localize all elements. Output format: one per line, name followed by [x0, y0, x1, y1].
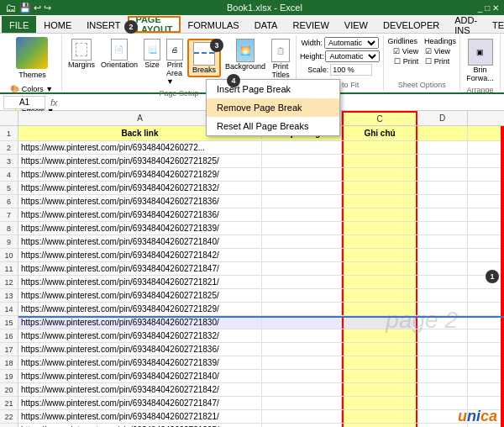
orientation-button[interactable]: 📄 Orientation	[99, 37, 139, 71]
quick-access: 💾 ↩ ↪	[19, 3, 51, 13]
width-select[interactable]: Automatic	[324, 37, 379, 49]
headings-print-check[interactable]: ☐ Print	[425, 57, 449, 66]
table-row: 22 https://www.pinterest.com/pin/6934840…	[0, 410, 504, 424]
colors-button[interactable]: 🎨 Colors ▼	[9, 84, 55, 94]
excel-icon: 🗂	[5, 2, 16, 14]
sheet-options-label: Sheet Options	[398, 79, 446, 89]
spreadsheet-body: 1 Back link Nội Dung Ghi chú 2 https://w…	[0, 126, 504, 427]
col-header-d: D	[417, 111, 468, 125]
table-row: 12 https://www.pinterest.com/pin/6934840…	[0, 276, 504, 289]
headings-view-check[interactable]: ☑ View	[425, 47, 450, 55]
headings-label: Headings	[424, 37, 456, 45]
label-4: 4	[227, 74, 240, 87]
table-row: 19 https://www.pinterest.com/pin/6934840…	[0, 370, 504, 383]
title-bar-left: 🗂 💾 ↩ ↪	[5, 2, 51, 14]
table-row: 3 https://www.pinterest.com/pin/69348404…	[0, 155, 504, 168]
themes-icon	[16, 37, 48, 69]
size-button[interactable]: 📃 Size	[142, 37, 162, 71]
tab-review[interactable]: REVIEW	[285, 16, 336, 33]
table-row: 8 https://www.pinterest.com/pin/69348404…	[0, 222, 504, 235]
label-3: 3	[210, 39, 223, 52]
print-area-button[interactable]: 🖨 Print Area ▼	[165, 37, 185, 87]
bring-forward-button[interactable]: ▣ Brin Forwa...	[465, 37, 496, 84]
page-setup-label: Page Setup	[159, 87, 198, 98]
label-2: 2	[124, 20, 138, 34]
tab-developer[interactable]: DEVELOPER	[375, 16, 447, 33]
label-1: 1	[486, 270, 499, 283]
scale-input[interactable]	[330, 64, 372, 76]
tab-file[interactable]: FILE	[2, 16, 36, 33]
window-title: Book1.xlsx - Excel	[227, 3, 302, 13]
tab-insert[interactable]: INSERT	[79, 16, 128, 33]
height-select[interactable]: Automatic	[325, 50, 380, 62]
themes-label: Themes	[18, 71, 46, 79]
table-row: 21 https://www.pinterest.com/pin/6934840…	[0, 397, 504, 410]
title-bar: 🗂 💾 ↩ ↪ Book1.xlsx - Excel _ □ ✕	[0, 0, 504, 15]
arrange-label: Arrange	[467, 84, 494, 94]
cell-1c[interactable]: Ghi chú	[342, 126, 417, 140]
table-row: 18 https://www.pinterest.com/pin/6934840…	[0, 356, 504, 370]
table-row: 6 https://www.pinterest.com/pin/69348404…	[0, 195, 504, 208]
table-row: 7 https://www.pinterest.com/pin/69348404…	[0, 208, 504, 222]
ribbon-tabs: FILE HOME INSERT PAGE LAYOUT FORMULAS DA…	[0, 15, 504, 34]
table-row: 13 https://www.pinterest.com/pin/6934840…	[0, 289, 504, 303]
cell-reference-input[interactable]	[3, 96, 45, 109]
table-row: 17 https://www.pinterest.com/pin/6934840…	[0, 343, 504, 356]
height-label: Height:	[300, 52, 324, 61]
tab-formulas[interactable]: FORMULAS	[181, 16, 247, 33]
arrange-group: ▣ Brin Forwa... Arrange	[460, 35, 501, 91]
remove-page-break-menu-item[interactable]: Remove Page Break	[207, 98, 339, 117]
window-controls: _ □ ✕	[478, 3, 499, 13]
table-row: 2 https://www.pinterest.com/pin/69348404…	[0, 141, 504, 155]
table-row: 15 https://www.pinterest.com/pin/6934840…	[0, 316, 504, 329]
width-label: Width:	[301, 39, 323, 47]
table-row: 14 https://www.pinterest.com/pin/6934840…	[0, 303, 504, 316]
view-label: ☑ View	[393, 47, 418, 55]
context-menu: Insert Page Break Remove Page Break Rese…	[206, 79, 340, 136]
background-button[interactable]: 🌅 Background	[223, 37, 267, 72]
spreadsheet: A B C D 1 Back link Nội Dung Ghi chú 2 h…	[0, 111, 504, 427]
unica-logo: unica	[458, 408, 497, 425]
row-num-header	[0, 111, 18, 125]
table-row: 23 https://www.pinterest.com/pin/6934840…	[0, 424, 504, 427]
table-row: 11 https://www.pinterest.com/pin/6934840…	[0, 262, 504, 276]
table-row: 4 https://www.pinterest.com/pin/69348404…	[0, 168, 504, 182]
tab-add-ins[interactable]: ADD-INS	[447, 16, 485, 33]
table-row: 20 https://www.pinterest.com/pin/6934840…	[0, 383, 504, 397]
reset-page-breaks-menu-item[interactable]: Reset All Page Breaks	[207, 117, 339, 135]
fx-label: fx	[45, 98, 63, 108]
scale-label: Scale:	[307, 66, 328, 74]
themes-group: Themes 🎨 Colors ▼ A Fonts ▼ ✨ Effects ▼ …	[3, 35, 62, 91]
tab-data[interactable]: DATA	[247, 16, 286, 33]
table-row: 5 https://www.pinterest.com/pin/69348404…	[0, 182, 504, 195]
tab-view[interactable]: VIEW	[337, 16, 375, 33]
themes-button[interactable]: Themes	[16, 37, 48, 79]
cell-1d[interactable]	[417, 126, 468, 140]
print-titles-button[interactable]: 📋 Print Titles	[270, 37, 291, 81]
sheet-options-group: Gridlines Headings ☑ View ☑ View ☐ Print…	[384, 35, 460, 91]
margins-button[interactable]: Margins	[66, 37, 97, 71]
gridlines-label: Gridlines	[387, 37, 417, 45]
right-border-indicator	[501, 126, 504, 427]
table-row: 10 https://www.pinterest.com/pin/6934840…	[0, 249, 504, 262]
col-header-c: C	[342, 111, 417, 125]
table-row: 9 https://www.pinterest.com/pin/69348404…	[0, 235, 504, 249]
row-num-1: 1	[0, 126, 18, 140]
table-row: 16 https://www.pinterest.com/pin/6934840…	[0, 329, 504, 343]
print-check[interactable]: ☐ Print	[394, 57, 418, 66]
tab-home[interactable]: HOME	[36, 16, 79, 33]
tab-team[interactable]: TEAM	[485, 16, 504, 33]
